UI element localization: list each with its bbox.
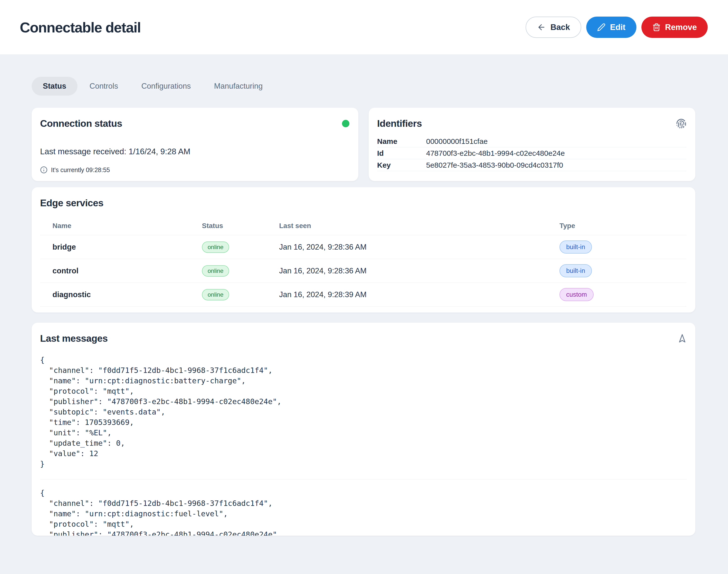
identifier-value: 00000000f151cfae xyxy=(426,137,686,146)
arrow-left-icon xyxy=(537,23,546,32)
service-name: diagnostic xyxy=(40,290,202,299)
message-json-block: { "channel": "f0dd71f5-12db-4bc1-9968-37… xyxy=(40,488,687,536)
identifiers-table: Name 00000000f151cfae Id 478700f3-e2bc-4… xyxy=(377,135,686,171)
navigation-send-icon xyxy=(678,334,687,343)
type-badge: built-in xyxy=(559,264,592,277)
last-messages-card: Last messages { "channel": "f0dd71f5-12d… xyxy=(32,323,695,536)
column-header-last-seen: Last seen xyxy=(279,222,559,230)
column-header-type: Type xyxy=(559,222,686,230)
status-badge: online xyxy=(202,241,229,253)
remove-button-label: Remove xyxy=(665,23,697,32)
connection-status-card: Connection status Last message received:… xyxy=(32,108,358,181)
pencil-icon xyxy=(597,23,605,32)
identifier-row-name: Name 00000000f151cfae xyxy=(377,135,686,147)
last-message-received-text: Last message received: 1/16/24, 9:28 AM xyxy=(40,147,350,156)
tab-bar: Status Controls Configurations Manufactu… xyxy=(32,77,695,95)
identifiers-card: Identifiers Name 00000000f151cfae Id 478… xyxy=(369,108,695,181)
table-row-diagnostic[interactable]: diagnostic online Jan 16, 2024, 9:28:39 … xyxy=(40,283,686,306)
remove-button[interactable]: Remove xyxy=(641,16,708,38)
identifier-row-id: Id 478700f3-e2bc-48b1-9994-c02ec480e24e xyxy=(377,147,686,159)
identifiers-title: Identifiers xyxy=(377,118,422,129)
tab-controls[interactable]: Controls xyxy=(79,77,129,95)
page-title: Connectable detail xyxy=(20,19,141,36)
message-json-block: { "channel": "f0dd71f5-12db-4bc1-9968-37… xyxy=(40,355,687,469)
type-badge: custom xyxy=(559,288,594,301)
online-status-dot xyxy=(342,120,350,127)
identifier-label: Name xyxy=(377,137,426,146)
last-seen-value: Jan 16, 2024, 9:28:36 AM xyxy=(279,266,559,275)
current-time-note: It's currently 09:28:55 xyxy=(51,166,110,174)
table-row-control[interactable]: control online Jan 16, 2024, 9:28:36 AM … xyxy=(40,259,686,283)
fingerprint-icon xyxy=(676,118,686,129)
edge-services-title: Edge services xyxy=(40,198,686,208)
tab-configurations[interactable]: Configurations xyxy=(130,77,202,95)
last-seen-value: Jan 16, 2024, 9:28:36 AM xyxy=(279,243,559,252)
trash-icon xyxy=(652,23,661,32)
header-actions: Back Edit Remove xyxy=(526,16,708,38)
identifier-value: 478700f3-e2bc-48b1-9994-c02ec480e24e xyxy=(426,149,686,158)
column-header-name: Name xyxy=(40,222,202,230)
service-name: control xyxy=(40,266,202,275)
service-name: bridge xyxy=(40,243,202,252)
column-header-status: Status xyxy=(202,222,279,230)
edge-services-card: Edge services Name Status Last seen Type… xyxy=(32,187,695,313)
top-bar: Connectable detail Back Edit Remove xyxy=(0,0,728,55)
edit-button-label: Edit xyxy=(610,23,625,32)
table-row-bridge[interactable]: bridge online Jan 16, 2024, 9:28:36 AM b… xyxy=(40,235,686,259)
identifier-value: 5e8027fe-35a3-4853-90b0-09cd4c0317f0 xyxy=(426,161,686,169)
back-button-label: Back xyxy=(550,23,570,32)
tab-manufacturing[interactable]: Manufacturing xyxy=(203,77,274,95)
edit-button[interactable]: Edit xyxy=(586,16,636,38)
tab-status[interactable]: Status xyxy=(32,77,78,95)
info-icon xyxy=(40,166,47,174)
status-badge: online xyxy=(202,265,229,277)
last-messages-title: Last messages xyxy=(40,333,108,344)
identifier-row-key: Key 5e8027fe-35a3-4853-90b0-09cd4c0317f0 xyxy=(377,159,686,171)
status-badge: online xyxy=(202,289,229,300)
type-badge: built-in xyxy=(559,240,592,254)
last-seen-value: Jan 16, 2024, 9:28:39 AM xyxy=(279,290,559,299)
edge-services-table: Name Status Last seen Type bridge online… xyxy=(40,216,686,306)
identifier-label: Key xyxy=(377,161,426,169)
edge-table-header: Name Status Last seen Type xyxy=(40,216,686,235)
main-content: Status Controls Configurations Manufactu… xyxy=(0,55,728,536)
identifier-label: Id xyxy=(377,149,426,158)
connection-status-title: Connection status xyxy=(40,118,122,129)
back-button[interactable]: Back xyxy=(526,16,581,38)
message-divider xyxy=(40,479,687,480)
